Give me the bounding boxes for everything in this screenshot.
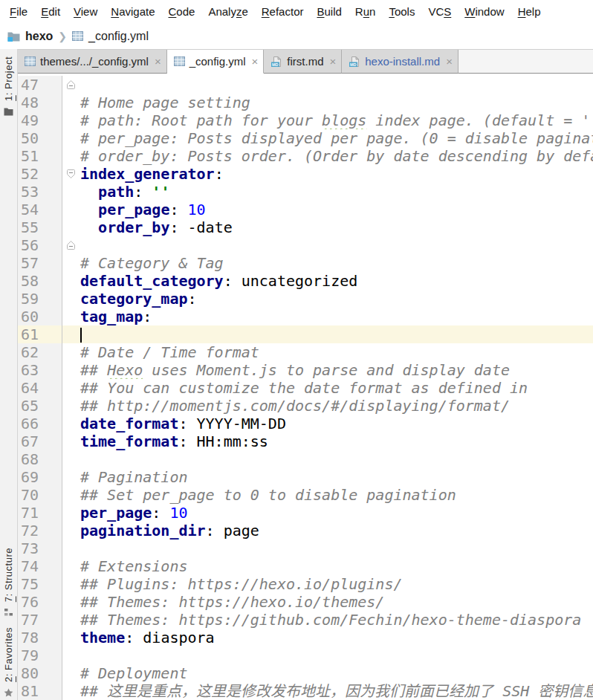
close-icon[interactable]: × bbox=[446, 55, 453, 68]
tab-themes-config-yml[interactable]: themes/.../_config.yml× bbox=[18, 50, 167, 74]
menu-file[interactable]: File bbox=[3, 1, 34, 22]
code-text[interactable]: date_format: YYYY-MM-DD bbox=[80, 415, 593, 432]
code-text[interactable]: ## Plugins: https://hexo.io/plugins/ bbox=[80, 575, 593, 593]
code-text[interactable]: # path: Root path for your blogs index p… bbox=[80, 111, 593, 129]
editor-line[interactable]: 76## Themes: https://hexo.io/themes/ bbox=[18, 593, 593, 611]
code-text[interactable]: ## Themes: https://hexo.io/themes/ bbox=[80, 593, 593, 611]
menu-vcs[interactable]: VCS bbox=[421, 1, 458, 22]
editor-line[interactable]: 57# Category & Tag bbox=[18, 254, 593, 272]
editor-line[interactable]: 71per_page: 10 bbox=[18, 504, 593, 522]
menu-view[interactable]: View bbox=[67, 1, 104, 22]
tool-window-button-structure[interactable]: 7: Structure bbox=[3, 548, 14, 620]
editor-line[interactable]: 52index_generator: bbox=[18, 165, 593, 183]
code-text[interactable]: # per_page: Posts displayed per page. (0… bbox=[80, 129, 593, 147]
code-text[interactable]: ## Set per_page to 0 to disable paginati… bbox=[80, 486, 593, 504]
close-icon[interactable]: × bbox=[155, 55, 161, 68]
menu-code[interactable]: Code bbox=[162, 1, 202, 22]
editor-line[interactable]: 51# order_by: Posts order. (Order by dat… bbox=[18, 147, 593, 165]
code-text[interactable]: # Home page setting bbox=[80, 94, 593, 111]
editor-line[interactable]: 62# Date / Time format bbox=[18, 343, 593, 361]
code-text[interactable] bbox=[80, 325, 593, 343]
editor-line[interactable]: 65## http://momentjs.com/docs/#/displayi… bbox=[18, 397, 593, 415]
code-text[interactable] bbox=[80, 450, 593, 468]
code-text[interactable]: theme: diaspora bbox=[80, 629, 593, 646]
editor-line[interactable]: 61 bbox=[18, 325, 593, 343]
code-text[interactable]: per_page: 10 bbox=[80, 504, 593, 522]
tool-window-button-project[interactable]: 1: Project bbox=[3, 56, 14, 119]
fold-marker-icon[interactable] bbox=[62, 165, 80, 183]
code-text[interactable] bbox=[80, 646, 593, 664]
menu-refactor[interactable]: Refactor bbox=[255, 1, 311, 22]
code-text[interactable]: category_map: bbox=[80, 290, 593, 308]
editor-line[interactable]: 63## Hexo uses Moment.js to parse and di… bbox=[18, 361, 593, 379]
code-text[interactable]: # Deployment bbox=[80, 664, 593, 682]
close-icon[interactable]: × bbox=[329, 55, 336, 68]
code-text[interactable]: ## You can customize the date format as … bbox=[80, 379, 593, 397]
editor-line[interactable]: 64## You can customize the date format a… bbox=[18, 379, 593, 397]
code-text[interactable]: # Date / Time format bbox=[80, 343, 593, 361]
editor-line[interactable]: 59category_map: bbox=[18, 290, 593, 308]
code-text[interactable]: ## 这里是重点，这里是修改发布地址，因为我们前面已经加了 SSH 密钥信息 bbox=[80, 682, 593, 700]
code-text[interactable]: # Pagination bbox=[80, 468, 593, 486]
editor-line[interactable]: 67time_format: HH:mm:ss bbox=[18, 432, 593, 450]
code-text[interactable]: index_generator: bbox=[80, 165, 593, 183]
close-icon[interactable]: × bbox=[252, 55, 259, 68]
code-text[interactable]: ## Themes: https://github.com/Fechin/hex… bbox=[80, 611, 593, 629]
fold-marker-icon[interactable] bbox=[62, 76, 80, 94]
tab-hexo-install-md[interactable]: MDhexo-install.md× bbox=[342, 50, 458, 74]
menu-navigate[interactable]: Navigate bbox=[104, 1, 161, 22]
editor-line[interactable]: 68 bbox=[18, 450, 593, 468]
editor-line[interactable]: 60tag_map: bbox=[18, 308, 593, 325]
code-text[interactable]: # order_by: Posts order. (Order by date … bbox=[80, 147, 593, 165]
editor-line[interactable]: 47 bbox=[18, 76, 593, 94]
menu-analyze[interactable]: Analyze bbox=[201, 1, 254, 22]
editor-line[interactable]: 72pagination_dir: page bbox=[18, 522, 593, 539]
editor-line[interactable]: 70## Set per_page to 0 to disable pagina… bbox=[18, 486, 593, 504]
code-text[interactable] bbox=[80, 236, 593, 254]
code-text[interactable]: order_by: -date bbox=[80, 218, 593, 236]
editor-line[interactable]: 80# Deployment bbox=[18, 664, 593, 682]
editor-line[interactable]: 73 bbox=[18, 539, 593, 557]
fold-marker-icon[interactable] bbox=[62, 236, 80, 254]
tool-window-button-favorites[interactable]: 2: Favorites bbox=[3, 627, 14, 700]
menu-help[interactable]: Help bbox=[511, 1, 548, 22]
menu-window[interactable]: Window bbox=[458, 1, 511, 22]
menu-build[interactable]: Build bbox=[310, 1, 348, 22]
code-text[interactable]: default_category: uncategorized bbox=[80, 272, 593, 290]
editor-line[interactable]: 55 order_by: -date bbox=[18, 218, 593, 236]
code-text[interactable]: per_page: 10 bbox=[80, 201, 593, 218]
editor-line[interactable]: 79 bbox=[18, 646, 593, 664]
tab-first-md[interactable]: MDfirst.md× bbox=[264, 50, 342, 74]
code-text[interactable]: # Extensions bbox=[80, 557, 593, 575]
code-text[interactable] bbox=[80, 539, 593, 557]
code-text[interactable]: ## Hexo uses Moment.js to parse and disp… bbox=[80, 361, 593, 379]
editor-line[interactable]: 56 bbox=[18, 236, 593, 254]
editor-line[interactable]: 77## Themes: https://github.com/Fechin/h… bbox=[18, 611, 593, 629]
editor-line[interactable]: 54 per_page: 10 bbox=[18, 201, 593, 218]
editor-line[interactable]: 53 path: '' bbox=[18, 183, 593, 201]
editor-line[interactable]: 78theme: diaspora bbox=[18, 629, 593, 646]
code-text[interactable] bbox=[80, 76, 593, 94]
code-text[interactable]: ## http://momentjs.com/docs/#/displaying… bbox=[80, 397, 593, 415]
tab-config-yml[interactable]: _config.yml× bbox=[167, 50, 265, 74]
editor-line[interactable]: 48# Home page setting bbox=[18, 94, 593, 111]
editor-line[interactable]: 74# Extensions bbox=[18, 557, 593, 575]
editor-line[interactable]: 75## Plugins: https://hexo.io/plugins/ bbox=[18, 575, 593, 593]
code-text[interactable]: path: '' bbox=[80, 183, 593, 201]
menu-edit[interactable]: Edit bbox=[34, 1, 67, 22]
menu-tools[interactable]: Tools bbox=[382, 1, 421, 22]
editor-line[interactable]: 66date_format: YYYY-MM-DD bbox=[18, 415, 593, 432]
editor[interactable]: 4748# Home page setting49# path: Root pa… bbox=[18, 74, 593, 700]
code-text[interactable]: time_format: HH:mm:ss bbox=[80, 432, 593, 450]
editor-line[interactable]: 49# path: Root path for your blogs index… bbox=[18, 111, 593, 129]
editor-line[interactable]: 69# Pagination bbox=[18, 468, 593, 486]
code-text[interactable]: pagination_dir: page bbox=[80, 522, 593, 539]
code-text[interactable]: # Category & Tag bbox=[80, 254, 593, 272]
code-text[interactable]: tag_map: bbox=[80, 308, 593, 325]
editor-line[interactable]: 81## 这里是重点，这里是修改发布地址，因为我们前面已经加了 SSH 密钥信息 bbox=[18, 682, 593, 700]
breadcrumb-file[interactable]: _config.yml bbox=[88, 30, 149, 43]
menu-run[interactable]: Run bbox=[349, 1, 383, 22]
editor-line[interactable]: 50# per_page: Posts displayed per page. … bbox=[18, 129, 593, 147]
editor-line[interactable]: 58default_category: uncategorized bbox=[18, 272, 593, 290]
breadcrumb-project[interactable]: hexo bbox=[25, 30, 53, 43]
